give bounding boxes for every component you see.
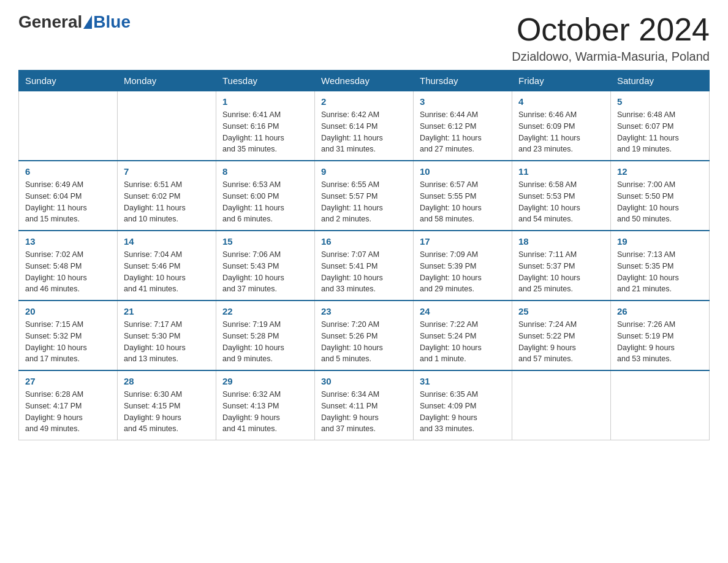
day-info: Sunrise: 6:44 AMSunset: 6:12 PMDaylight:…: [420, 109, 506, 155]
header-wednesday: Wednesday: [315, 71, 414, 91]
calendar-cell: 31Sunrise: 6:35 AMSunset: 4:09 PMDayligh…: [414, 370, 512, 440]
calendar-cell: 3Sunrise: 6:44 AMSunset: 6:12 PMDaylight…: [414, 91, 512, 161]
day-number: 11: [518, 166, 604, 177]
calendar-cell: 16Sunrise: 7:07 AMSunset: 5:41 PMDayligh…: [315, 231, 414, 301]
header-thursday: Thursday: [414, 71, 512, 91]
calendar-cell: 19Sunrise: 7:13 AMSunset: 5:35 PMDayligh…: [611, 231, 710, 301]
day-info: Sunrise: 7:17 AMSunset: 5:30 PMDaylight:…: [124, 319, 210, 365]
day-info: Sunrise: 7:15 AMSunset: 5:32 PMDaylight:…: [25, 319, 111, 365]
day-info: Sunrise: 7:07 AMSunset: 5:41 PMDaylight:…: [321, 249, 407, 295]
day-number: 15: [222, 236, 308, 247]
calendar-table: Sunday Monday Tuesday Wednesday Thursday…: [18, 70, 710, 440]
calendar-cell: 14Sunrise: 7:04 AMSunset: 5:46 PMDayligh…: [118, 231, 216, 301]
calendar-cell: [19, 91, 118, 161]
calendar-cell: 22Sunrise: 7:19 AMSunset: 5:28 PMDayligh…: [216, 301, 315, 370]
calendar-cell: 5Sunrise: 6:48 AMSunset: 6:07 PMDaylight…: [611, 91, 710, 161]
calendar-cell: 8Sunrise: 6:53 AMSunset: 6:00 PMDaylight…: [216, 161, 315, 231]
day-number: 4: [518, 96, 604, 107]
day-number: 17: [420, 236, 506, 247]
day-number: 13: [25, 236, 111, 247]
day-info: Sunrise: 6:35 AMSunset: 4:09 PMDaylight:…: [420, 389, 506, 435]
calendar-cell: 6Sunrise: 6:49 AMSunset: 6:04 PMDaylight…: [19, 161, 118, 231]
day-number: 12: [617, 166, 703, 177]
day-number: 10: [420, 166, 506, 177]
calendar-cell: 20Sunrise: 7:15 AMSunset: 5:32 PMDayligh…: [19, 301, 118, 370]
calendar-row: 6Sunrise: 6:49 AMSunset: 6:04 PMDaylight…: [19, 161, 710, 231]
calendar-cell: 11Sunrise: 6:58 AMSunset: 5:53 PMDayligh…: [512, 161, 611, 231]
day-info: Sunrise: 7:22 AMSunset: 5:24 PMDaylight:…: [420, 319, 506, 365]
logo: General Blue: [18, 12, 131, 32]
calendar-cell: 18Sunrise: 7:11 AMSunset: 5:37 PMDayligh…: [512, 231, 611, 301]
day-info: Sunrise: 6:34 AMSunset: 4:11 PMDaylight:…: [321, 389, 407, 435]
day-info: Sunrise: 6:48 AMSunset: 6:07 PMDaylight:…: [617, 109, 703, 155]
day-info: Sunrise: 7:20 AMSunset: 5:26 PMDaylight:…: [321, 319, 407, 365]
day-info: Sunrise: 6:32 AMSunset: 4:13 PMDaylight:…: [222, 389, 308, 435]
day-number: 7: [124, 166, 210, 177]
day-info: Sunrise: 7:26 AMSunset: 5:19 PMDaylight:…: [617, 319, 703, 365]
day-info: Sunrise: 6:28 AMSunset: 4:17 PMDaylight:…: [25, 389, 111, 435]
day-info: Sunrise: 6:46 AMSunset: 6:09 PMDaylight:…: [518, 109, 604, 155]
day-info: Sunrise: 7:06 AMSunset: 5:43 PMDaylight:…: [222, 249, 308, 295]
day-info: Sunrise: 7:19 AMSunset: 5:28 PMDaylight:…: [222, 319, 308, 365]
day-info: Sunrise: 6:57 AMSunset: 5:55 PMDaylight:…: [420, 179, 506, 225]
logo-triangle-icon: [83, 15, 92, 29]
calendar-cell: 9Sunrise: 6:55 AMSunset: 5:57 PMDaylight…: [315, 161, 414, 231]
title-section: October 2024 Dzialdowo, Warmia-Masuria, …: [512, 12, 710, 64]
calendar-cell: 7Sunrise: 6:51 AMSunset: 6:02 PMDaylight…: [118, 161, 216, 231]
calendar-cell: 23Sunrise: 7:20 AMSunset: 5:26 PMDayligh…: [315, 301, 414, 370]
day-number: 18: [518, 236, 604, 247]
calendar-cell: 10Sunrise: 6:57 AMSunset: 5:55 PMDayligh…: [414, 161, 512, 231]
day-info: Sunrise: 7:00 AMSunset: 5:50 PMDaylight:…: [617, 179, 703, 225]
day-number: 24: [420, 306, 506, 316]
day-number: 29: [222, 376, 308, 386]
calendar-cell: [118, 91, 216, 161]
day-info: Sunrise: 6:55 AMSunset: 5:57 PMDaylight:…: [321, 179, 407, 225]
day-info: Sunrise: 7:11 AMSunset: 5:37 PMDaylight:…: [518, 249, 604, 295]
calendar-cell: 17Sunrise: 7:09 AMSunset: 5:39 PMDayligh…: [414, 231, 512, 301]
day-number: 8: [222, 166, 308, 177]
calendar-cell: 25Sunrise: 7:24 AMSunset: 5:22 PMDayligh…: [512, 301, 611, 370]
calendar-cell: [611, 370, 710, 440]
calendar-cell: 28Sunrise: 6:30 AMSunset: 4:15 PMDayligh…: [118, 370, 216, 440]
day-number: 5: [617, 96, 703, 107]
header-friday: Friday: [512, 71, 611, 91]
calendar-row: 1Sunrise: 6:41 AMSunset: 6:16 PMDaylight…: [19, 91, 710, 161]
header-monday: Monday: [118, 71, 216, 91]
calendar-cell: 12Sunrise: 7:00 AMSunset: 5:50 PMDayligh…: [611, 161, 710, 231]
header-saturday: Saturday: [611, 71, 710, 91]
day-number: 23: [321, 306, 407, 316]
calendar-cell: 27Sunrise: 6:28 AMSunset: 4:17 PMDayligh…: [19, 370, 118, 440]
day-number: 1: [222, 96, 308, 107]
day-info: Sunrise: 7:24 AMSunset: 5:22 PMDaylight:…: [518, 319, 604, 365]
logo-blue-text: Blue: [93, 12, 131, 32]
calendar-cell: 13Sunrise: 7:02 AMSunset: 5:48 PMDayligh…: [19, 231, 118, 301]
day-info: Sunrise: 6:49 AMSunset: 6:04 PMDaylight:…: [25, 179, 111, 225]
day-number: 9: [321, 166, 407, 177]
day-number: 6: [25, 166, 111, 177]
calendar-cell: 4Sunrise: 6:46 AMSunset: 6:09 PMDaylight…: [512, 91, 611, 161]
calendar-cell: 15Sunrise: 7:06 AMSunset: 5:43 PMDayligh…: [216, 231, 315, 301]
day-number: 20: [25, 306, 111, 316]
day-number: 30: [321, 376, 407, 386]
day-info: Sunrise: 7:09 AMSunset: 5:39 PMDaylight:…: [420, 249, 506, 295]
location-text: Dzialdowo, Warmia-Masuria, Poland: [512, 50, 710, 64]
day-number: 3: [420, 96, 506, 107]
day-number: 25: [518, 306, 604, 316]
day-number: 26: [617, 306, 703, 316]
header-sunday: Sunday: [19, 71, 118, 91]
calendar-cell: 2Sunrise: 6:42 AMSunset: 6:14 PMDaylight…: [315, 91, 414, 161]
calendar-cell: 30Sunrise: 6:34 AMSunset: 4:11 PMDayligh…: [315, 370, 414, 440]
day-number: 19: [617, 236, 703, 247]
day-info: Sunrise: 6:53 AMSunset: 6:00 PMDaylight:…: [222, 179, 308, 225]
day-info: Sunrise: 6:51 AMSunset: 6:02 PMDaylight:…: [124, 179, 210, 225]
calendar-row: 20Sunrise: 7:15 AMSunset: 5:32 PMDayligh…: [19, 301, 710, 370]
day-number: 16: [321, 236, 407, 247]
day-info: Sunrise: 6:30 AMSunset: 4:15 PMDaylight:…: [124, 389, 210, 435]
calendar-row: 13Sunrise: 7:02 AMSunset: 5:48 PMDayligh…: [19, 231, 710, 301]
calendar-cell: 24Sunrise: 7:22 AMSunset: 5:24 PMDayligh…: [414, 301, 512, 370]
calendar-cell: 21Sunrise: 7:17 AMSunset: 5:30 PMDayligh…: [118, 301, 216, 370]
day-number: 28: [124, 376, 210, 386]
calendar-cell: 1Sunrise: 6:41 AMSunset: 6:16 PMDaylight…: [216, 91, 315, 161]
logo-general-text: General: [18, 12, 82, 32]
day-info: Sunrise: 6:58 AMSunset: 5:53 PMDaylight:…: [518, 179, 604, 225]
